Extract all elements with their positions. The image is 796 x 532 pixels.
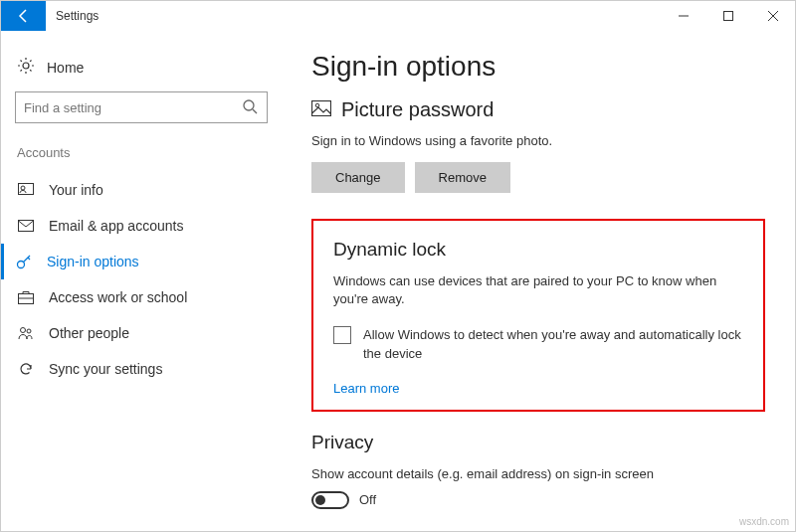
- change-button[interactable]: Change: [311, 162, 405, 193]
- back-button[interactable]: [1, 1, 46, 31]
- svg-point-4: [23, 63, 29, 69]
- minimize-button[interactable]: [661, 1, 705, 31]
- window-controls: [661, 1, 795, 31]
- picture-password-desc: Sign in to Windows using a favorite phot…: [311, 133, 765, 148]
- svg-line-12: [28, 258, 30, 260]
- sidebar-item-sync-settings[interactable]: Sync your settings: [15, 351, 268, 387]
- window-title: Settings: [46, 1, 99, 31]
- svg-point-5: [244, 100, 254, 110]
- privacy-toggle[interactable]: [311, 491, 349, 509]
- arrow-left-icon: [16, 8, 32, 24]
- key-icon: [15, 254, 33, 269]
- mail-icon: [17, 220, 35, 232]
- picture-password-label: Picture password: [341, 98, 494, 121]
- privacy-toggle-label: Off: [359, 492, 376, 507]
- sidebar-item-your-info[interactable]: Your info: [15, 172, 268, 208]
- remove-button[interactable]: Remove: [415, 162, 510, 193]
- sidebar: Home Accounts Your info Email & app acco…: [1, 31, 282, 532]
- sync-icon: [17, 361, 35, 377]
- svg-point-8: [21, 186, 25, 190]
- dynamic-lock-section: Dynamic lock Windows can use devices tha…: [311, 219, 765, 412]
- group-label: Accounts: [15, 145, 268, 160]
- svg-point-15: [21, 328, 26, 333]
- privacy-heading: Privacy: [311, 432, 765, 453]
- sidebar-item-email-accounts[interactable]: Email & app accounts: [15, 208, 268, 244]
- briefcase-icon: [17, 290, 35, 304]
- picture-icon: [311, 98, 331, 121]
- people-icon: [17, 326, 35, 340]
- dynamic-lock-checkbox-label: Allow Windows to detect when you're away…: [363, 326, 743, 362]
- privacy-section: Privacy Show account details (e.g. email…: [311, 432, 765, 509]
- svg-rect-1: [723, 12, 732, 21]
- sidebar-item-label: Access work or school: [49, 289, 187, 305]
- toggle-knob: [315, 495, 325, 505]
- sidebar-item-label: Sign-in options: [47, 254, 139, 269]
- search-icon: [242, 98, 258, 118]
- watermark: wsxdn.com: [739, 516, 789, 527]
- sidebar-item-label: Sync your settings: [49, 361, 162, 377]
- sidebar-item-sign-in-options[interactable]: Sign-in options: [1, 244, 268, 279]
- sidebar-item-label: Email & app accounts: [49, 218, 183, 234]
- sidebar-item-label: Other people: [49, 325, 129, 341]
- home-button[interactable]: Home: [15, 51, 268, 91]
- maximize-icon: [723, 11, 733, 21]
- sidebar-item-access-work-school[interactable]: Access work or school: [15, 279, 268, 315]
- picture-password-heading: Picture password: [311, 98, 765, 121]
- maximize-button[interactable]: [705, 1, 750, 31]
- svg-rect-9: [19, 221, 34, 232]
- dynamic-lock-heading: Dynamic lock: [333, 239, 743, 261]
- person-card-icon: [17, 183, 35, 197]
- dynamic-lock-checkbox[interactable]: [333, 326, 351, 344]
- minimize-icon: [679, 11, 689, 21]
- gear-icon: [17, 57, 35, 78]
- page-title: Sign-in options: [311, 51, 765, 83]
- close-button[interactable]: [750, 1, 795, 31]
- content-area: Sign-in options Picture password Sign in…: [282, 31, 795, 532]
- sidebar-item-label: Your info: [49, 182, 103, 198]
- svg-point-10: [18, 262, 25, 268]
- learn-more-link[interactable]: Learn more: [333, 381, 743, 396]
- svg-line-6: [253, 109, 257, 113]
- privacy-desc: Show account details (e.g. email address…: [311, 465, 765, 483]
- dynamic-lock-desc: Windows can use devices that are paired …: [333, 272, 743, 308]
- svg-point-18: [315, 103, 319, 107]
- svg-rect-17: [312, 101, 331, 116]
- sidebar-item-other-people[interactable]: Other people: [15, 315, 268, 351]
- svg-point-16: [27, 329, 31, 333]
- home-label: Home: [47, 60, 84, 76]
- search-input[interactable]: [15, 91, 268, 123]
- titlebar: Settings: [1, 1, 795, 31]
- close-icon: [768, 11, 778, 21]
